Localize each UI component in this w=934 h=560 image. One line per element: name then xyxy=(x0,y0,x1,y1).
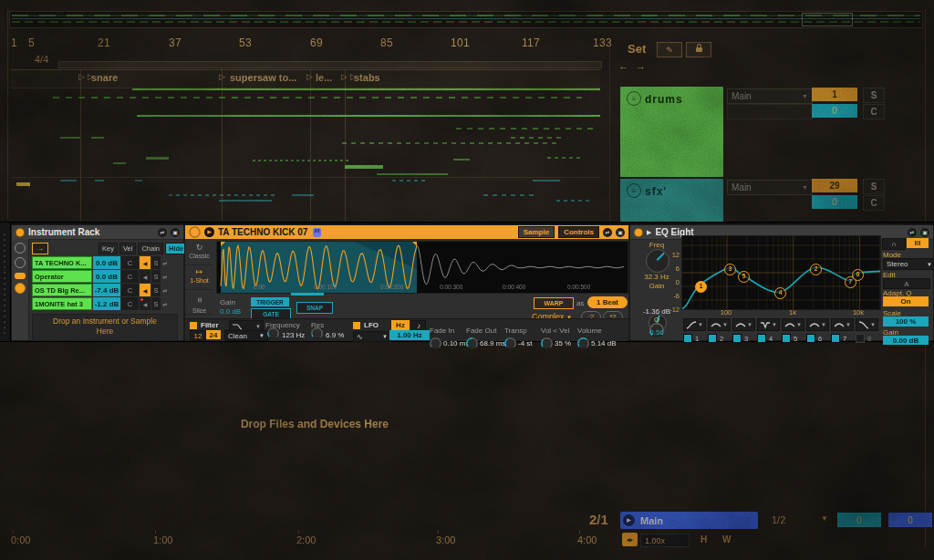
scale-value[interactable]: 100 % xyxy=(883,316,929,327)
lfo-checkbox[interactable] xyxy=(353,322,360,329)
output-routing-drums[interactable]: Main▼ xyxy=(727,88,813,104)
edit-ab-button[interactable]: A xyxy=(883,278,930,289)
chevron-down-icon[interactable]: ▼ xyxy=(821,514,828,523)
chain-volume[interactable]: 0.0 dB xyxy=(93,270,120,283)
signature-value[interactable]: 1/2 xyxy=(772,514,785,525)
track-name[interactable]: drums xyxy=(645,93,683,106)
height-button[interactable]: H xyxy=(700,534,707,544)
env-knob[interactable] xyxy=(577,337,589,349)
clip-title[interactable]: supersaw to... xyxy=(230,72,296,83)
chain-solo[interactable]: S xyxy=(151,284,161,296)
mode-select[interactable]: Stereo▼ xyxy=(883,258,934,270)
mode-classic[interactable]: ↻ Classic xyxy=(185,241,213,265)
playback-speed[interactable]: 1.00x xyxy=(640,534,690,547)
lock-button[interactable] xyxy=(686,42,711,57)
device-activator[interactable] xyxy=(634,228,643,237)
analyze-button[interactable]: ‖‖ xyxy=(907,238,929,248)
env-value[interactable]: 68.9 ms xyxy=(480,339,505,347)
band-checkbox[interactable] xyxy=(806,334,815,343)
routing-sub-drums[interactable] xyxy=(727,104,813,119)
rack-drop-area[interactable]: Drop an Instrument or Sample Here xyxy=(32,314,178,341)
gain-value[interactable]: 0.0 dB xyxy=(220,307,241,316)
chain-list-icon[interactable] xyxy=(15,273,26,279)
warp-length-button[interactable]: 1 Beat xyxy=(587,296,628,308)
trigger-button[interactable]: TRIGGER xyxy=(251,297,289,306)
chain-pan[interactable]: C xyxy=(121,256,139,269)
chain-name[interactable]: TA TECHNO K... xyxy=(32,256,92,269)
hot-swap-icon[interactable]: ⇄ xyxy=(603,228,612,237)
filter-res-knob[interactable] xyxy=(311,327,323,339)
beat-time-ruler[interactable]: 152137536985101117133 xyxy=(0,36,934,49)
hot-swap-icon[interactable]: ⇄ xyxy=(908,228,917,237)
env-knob[interactable] xyxy=(504,337,516,349)
clip-title[interactable]: le... xyxy=(316,72,332,83)
snap-button[interactable]: SNAP xyxy=(296,302,333,314)
filter-res-value[interactable]: 6.9 % xyxy=(326,331,344,339)
map-mode-button[interactable]: → xyxy=(32,243,48,254)
speaker-icon[interactable]: ◀ xyxy=(140,284,150,296)
chain-pan[interactable]: C xyxy=(121,297,139,310)
band-checkbox[interactable] xyxy=(708,334,717,343)
chain-name[interactable]: 1MONITE hat 3 xyxy=(32,297,92,310)
send-value-sfx[interactable]: 0 xyxy=(812,195,857,209)
device-activator[interactable] xyxy=(189,226,201,238)
macro-view-icon[interactable] xyxy=(15,243,26,254)
band-shape-select[interactable]: ▼ xyxy=(856,318,878,331)
back-arrow-icon[interactable]: ← xyxy=(618,60,628,71)
speaker-icon[interactable]: ◀ xyxy=(140,297,150,310)
band-q-value[interactable]: 0.56 xyxy=(638,328,676,337)
warp-button[interactable]: WARP xyxy=(534,297,574,309)
chain-volume[interactable]: 0.0 dB xyxy=(93,256,120,269)
chain-row[interactable]: TA TECHNO K... 0.0 dB C ◀ S ⇄ xyxy=(32,256,176,269)
eq-band-dot[interactable]: 1 xyxy=(695,281,707,293)
band-checkbox[interactable] xyxy=(831,334,840,343)
devices-view-icon[interactable] xyxy=(15,283,26,294)
sample-start-flag[interactable] xyxy=(221,242,225,246)
waveform-scrollbar[interactable] xyxy=(291,293,324,296)
chain-zone-tab[interactable]: Chain xyxy=(138,243,163,254)
track-header-drums[interactable]: ≡ drums xyxy=(620,87,723,177)
hot-swap-icon[interactable]: ⇄ xyxy=(161,297,169,310)
sample-waveform-display[interactable]: 0:000:00:1000:00:2000:00:3000:00:4000:00… xyxy=(216,241,628,294)
chain-solo[interactable]: S xyxy=(151,256,161,269)
band-shape-select[interactable]: ▼ xyxy=(732,318,755,331)
mode-one-shot[interactable]: ↦ 1-Shot xyxy=(185,265,213,290)
clip-title[interactable]: stabs xyxy=(354,72,380,83)
locator-main[interactable]: ▶ Main xyxy=(620,512,758,529)
forward-arrow-icon[interactable]: → xyxy=(636,60,646,71)
env-value[interactable]: 35 % xyxy=(555,339,571,347)
edit-button[interactable]: ✎ xyxy=(657,42,682,57)
env-knob[interactable] xyxy=(541,337,553,349)
midi-channel-sfx[interactable]: 29 xyxy=(812,179,857,192)
device-view-handle[interactable] xyxy=(0,223,11,341)
band-checkbox[interactable] xyxy=(732,334,742,343)
filter-checkbox[interactable] xyxy=(190,322,197,329)
tab-controls[interactable]: Controls xyxy=(558,226,599,238)
solo-button-drums[interactable]: S xyxy=(863,88,885,103)
filter-circuit-select[interactable]: Clean▼ xyxy=(224,330,268,341)
track-header-sfx[interactable]: ≡ sfx' xyxy=(620,179,723,222)
hot-swap-icon[interactable]: ⇄ xyxy=(161,284,169,296)
save-preset-icon[interactable]: ▣ xyxy=(920,228,929,237)
key-zone-tab[interactable]: Key xyxy=(99,243,118,254)
env-knob[interactable] xyxy=(430,337,441,349)
value-box-teal[interactable]: 0 xyxy=(837,513,881,527)
band-checkbox[interactable] xyxy=(757,334,766,343)
chain-row[interactable]: 1MONITE hat 3 -1.2 dB C ◀ S ⇄ xyxy=(32,297,176,310)
speaker-icon[interactable]: ◀ xyxy=(140,270,150,283)
eq-band-dot[interactable]: 2 xyxy=(810,264,822,275)
simpler-title-bar[interactable]: ▶ TA TECHNO KICK 07 Sample Controls ⇄ ▣ xyxy=(185,225,628,239)
mode-slice[interactable]: ≡ Slice xyxy=(185,290,213,315)
send-value-drums[interactable]: 0 xyxy=(812,104,857,118)
eq-frequency-graph[interactable]: 1354276 xyxy=(681,235,881,310)
adaptive-q-toggle[interactable]: On xyxy=(883,296,929,306)
track-name[interactable]: sfx' xyxy=(645,185,667,198)
chain-volume[interactable]: -1.2 dB xyxy=(93,297,120,310)
play-icon[interactable]: ▶ xyxy=(623,514,635,526)
hot-swap-icon[interactable]: ⇄ xyxy=(158,228,167,237)
chain-name[interactable]: Operator xyxy=(32,270,92,283)
env-value[interactable]: -4 st xyxy=(518,339,533,347)
solo-button-sfx[interactable]: S xyxy=(863,179,885,194)
lfo-shape-select[interactable]: ∿▼ xyxy=(353,331,391,342)
cue-button-drums[interactable]: C xyxy=(863,104,885,119)
